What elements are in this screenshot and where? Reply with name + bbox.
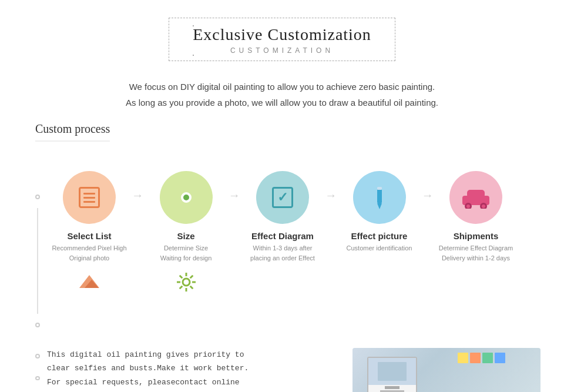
step-label-1: Select List	[67, 231, 111, 241]
step-effect-diagram: ✓ Effect Diagram Within 1-3 days afterpl…	[241, 171, 324, 263]
step-label-3: Effect Diagram	[251, 231, 314, 241]
step-circle-2	[160, 171, 213, 224]
monitor	[367, 357, 417, 392]
gear-icon	[176, 272, 197, 293]
arrow-4: →	[422, 189, 434, 202]
size-icon	[181, 192, 192, 203]
bottom-left: This digital oil painting gives priority…	[35, 348, 335, 392]
description-section: We focus on DIY digital oil painting to …	[0, 73, 564, 122]
note-text: This digital oil painting gives priority…	[47, 348, 335, 392]
arrow-2: →	[229, 189, 240, 202]
process-title: Custom process	[35, 122, 110, 142]
car-icon	[461, 186, 491, 209]
svg-line-17	[190, 286, 193, 289]
step-shipments: Shipments Determine Effect DiagramDelive…	[435, 171, 517, 263]
step-label-2: Size	[177, 231, 194, 241]
step-desc-2: Determine SizeWaiting for design	[160, 243, 212, 263]
timeline-line	[37, 208, 38, 314]
step-desc-3: Within 1-3 days afterplacing an order Ef…	[250, 243, 315, 263]
extra-icons-row	[48, 269, 517, 296]
description-line1: We focus on DIY digital oil painting to …	[47, 79, 517, 95]
step-select-list: Select List Recommended Pixel HighOrigin…	[48, 171, 130, 263]
side-dot-2	[35, 376, 40, 381]
description-line2: As long as you provide a photo, we will …	[47, 95, 517, 110]
step-label-4: Effect picture	[351, 231, 408, 241]
svg-rect-2	[377, 187, 382, 190]
step-desc-4: Customer identification	[347, 243, 412, 253]
svg-line-18	[190, 276, 193, 279]
svg-point-8	[482, 205, 485, 208]
svg-line-16	[179, 276, 182, 279]
svg-marker-1	[377, 203, 382, 209]
bottom-image: Pure AI manual draft, subdivide color bl…	[352, 348, 540, 392]
svg-rect-4	[467, 190, 485, 198]
side-dots	[35, 348, 40, 392]
step-desc-1: Recommended Pixel HighOriginal photo	[52, 243, 126, 263]
step-circle-4	[353, 171, 406, 224]
step-circle-5	[449, 171, 502, 224]
list-icon	[79, 187, 100, 208]
svg-point-11	[183, 279, 190, 286]
svg-line-19	[179, 286, 182, 289]
header-section: Exclusive Customization CUSTOMIZATION	[0, 12, 564, 73]
steps-row: Select List Recommended Pixel HighOrigin…	[48, 165, 517, 269]
step-circle-1	[63, 171, 116, 224]
arrow-1: →	[132, 189, 143, 202]
sticky-notes	[458, 353, 505, 363]
step-circle-3: ✓	[256, 171, 309, 224]
step-size: Size Determine SizeWaiting for design	[145, 171, 227, 263]
step-label-5: Shipments	[454, 231, 499, 241]
header-border-box: Exclusive Customization CUSTOMIZATION	[169, 18, 395, 61]
timeline-dot-1	[35, 195, 40, 199]
svg-point-7	[466, 205, 470, 208]
side-dot-1	[35, 354, 40, 359]
check-icon: ✓	[272, 187, 293, 208]
step-effect-picture: Effect picture Customer identification	[338, 171, 421, 253]
process-section: Custom process	[0, 122, 564, 336]
main-title: Exclusive Customization	[193, 25, 371, 44]
image-placeholder: Pure AI manual draft, subdivide color bl…	[352, 348, 540, 392]
mountain-icon	[76, 272, 102, 289]
sub-title: CUSTOMIZATION	[193, 46, 371, 55]
arrow-3: →	[325, 189, 337, 202]
step-desc-5: Determine Effect DiagramDelivery within …	[439, 243, 513, 263]
gear-icon-wrapper	[145, 272, 227, 293]
bottom-area: This digital oil painting gives priority…	[0, 336, 564, 392]
pencil-icon	[370, 186, 389, 209]
timeline-dot-2	[35, 323, 40, 327]
mountain-icon-wrapper	[48, 272, 130, 293]
